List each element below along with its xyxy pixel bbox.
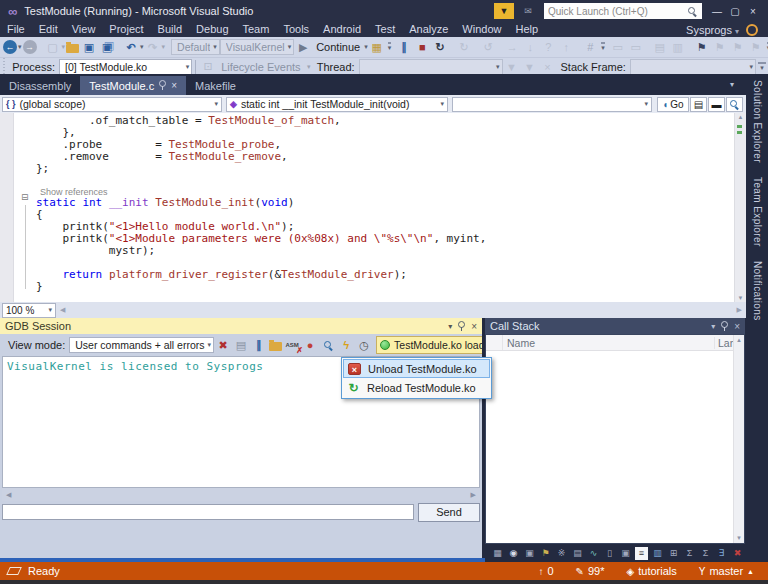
toolbar-overflow-2-icon[interactable]: ▾ <box>601 42 605 52</box>
autos-icon[interactable]: ▣ <box>523 547 536 560</box>
code-line[interactable] <box>0 293 746 302</box>
nav-back-icon[interactable]: ← <box>3 40 17 54</box>
nav-forward-icon[interactable]: → <box>23 40 37 54</box>
process-combo[interactable]: [0] TestModule.ko▾ <box>59 59 192 75</box>
breakpoint-orb-icon[interactable]: ● <box>302 337 318 353</box>
account-menu[interactable]: Sysprogs ▾ <box>686 24 739 36</box>
restore-button[interactable]: ▢ <box>726 3 744 19</box>
menu-test[interactable]: Test <box>368 22 402 37</box>
scroll-left-icon[interactable]: ◀ <box>6 491 11 499</box>
solution-platform[interactable]: VisualKernel▾ <box>220 39 294 55</box>
show-asm-icon[interactable]: ASM <box>284 337 300 353</box>
open-folder-icon[interactable] <box>66 44 79 53</box>
stack-frame-combo[interactable]: ▾ <box>630 59 756 75</box>
scroll-down-icon[interactable]: ▼ <box>735 295 746 301</box>
pause-icon[interactable]: ∥ <box>396 39 412 55</box>
watch-1-icon[interactable]: Σ <box>683 547 696 560</box>
solution-configuration[interactable]: Default▾ <box>171 39 220 55</box>
status-pushes[interactable]: ↑0 <box>538 565 553 577</box>
close-icon[interactable]: × <box>171 80 177 91</box>
output-icon[interactable]: ▯ <box>603 547 616 560</box>
editor-horizontal-scrollbar[interactable]: ◀ ▶ <box>56 302 746 318</box>
next-bookmark-icon[interactable]: ⚑ <box>730 39 746 55</box>
save-all-icon[interactable]: ▣ <box>99 39 115 55</box>
call-stack-title[interactable]: Call Stack ▾ × <box>485 318 745 334</box>
nav-back-dropdown-icon[interactable]: ▾ <box>18 43 22 51</box>
status-branch[interactable]: Ymaster▲ <box>699 565 754 577</box>
code-line[interactable]: } <box>0 281 746 293</box>
filter-threads-icon[interactable]: ▼ <box>504 59 520 75</box>
hex-display-icon[interactable]: # <box>582 39 598 55</box>
pause-output-icon[interactable]: ∥ <box>251 337 267 353</box>
menu-project[interactable]: Project <box>102 22 150 37</box>
breakpoints-icon[interactable]: ※ <box>555 547 568 560</box>
code-line[interactable]: .remove = TestModule_remove, <box>0 151 746 163</box>
go-button[interactable]: ◖ Go <box>657 97 689 112</box>
search-combo[interactable]: ▾ <box>452 97 652 112</box>
window-position-icon[interactable]: ▾ <box>448 322 452 331</box>
watch-2-icon[interactable]: Σ <box>699 547 712 560</box>
tab-disassembly[interactable]: Disassembly <box>0 76 80 95</box>
restart-icon[interactable]: ↻ <box>432 39 448 55</box>
comment-block-icon[interactable]: ▤ <box>652 39 668 55</box>
row2-overflow-icon[interactable]: ▾ <box>758 62 766 72</box>
modules-icon[interactable]: ▣ <box>619 547 632 560</box>
code-editor[interactable]: .of_match_table = TestModule_of_match, }… <box>0 113 746 302</box>
call-stack-scrollbar[interactable]: ▲ ▼ <box>733 335 744 543</box>
menu-analyze[interactable]: Analyze <box>402 22 455 37</box>
new-file-icon[interactable]: ▢ <box>45 39 61 55</box>
navigate-forward-doc-icon[interactable]: ▭ <box>628 39 644 55</box>
redo-icon[interactable]: ↷ <box>145 39 161 55</box>
filter-current-thread-icon[interactable]: ▼ <box>522 59 538 75</box>
call-stack-body[interactable]: Name Lang ▲ ▼ <box>485 334 745 544</box>
lifecycle-events-icon[interactable]: ⊡ <box>200 59 216 75</box>
uncomment-block-icon[interactable]: ▥ <box>670 39 686 55</box>
thread-combo[interactable]: ▾ <box>359 59 503 75</box>
stop-icon[interactable]: ■ <box>414 39 430 55</box>
quick-actions-icon[interactable]: ϟ <box>338 337 354 353</box>
watch-icon[interactable]: ▦ <box>491 547 504 560</box>
filter-icon[interactable]: ▼ <box>494 3 514 19</box>
tab-makefile[interactable]: Makefile <box>186 76 245 95</box>
comment-button[interactable]: ▬ <box>708 97 725 112</box>
apply-code-changes-icon[interactable]: ↻ <box>456 39 472 55</box>
locals-icon[interactable]: ▥ <box>651 547 664 560</box>
lifecycle-events-dropdown-icon[interactable]: ▾ <box>305 63 313 71</box>
pin-icon[interactable] <box>721 321 728 328</box>
menu-tools[interactable]: Tools <box>276 22 316 37</box>
code-line[interactable]: .of_match_table = TestModule_of_match, <box>0 115 746 127</box>
linux-terminal-icon[interactable]: ◉ <box>507 547 520 560</box>
minimize-button[interactable]: — <box>708 3 726 19</box>
gdb-panel-title[interactable]: GDB Session ▾ × <box>0 318 482 334</box>
side-tab-notifications[interactable]: Notifications <box>752 261 763 321</box>
sync-icon[interactable] <box>746 24 758 36</box>
search-output-icon[interactable] <box>320 337 336 353</box>
scroll-right-icon[interactable]: ▶ <box>471 491 476 499</box>
open-log-folder-icon[interactable] <box>269 342 282 351</box>
exports-icon[interactable]: ∃ <box>715 547 728 560</box>
side-tab-solution-explorer[interactable]: Solution Explorer <box>752 80 763 163</box>
memory-icon[interactable]: ⊞ <box>667 547 680 560</box>
status-repository[interactable]: ◈tutorials <box>627 565 677 577</box>
member-combo[interactable]: ◈ static int __init TestModule_init(void… <box>226 97 448 112</box>
close-icon[interactable]: × <box>471 321 477 332</box>
continue-dropdown-icon[interactable]: ▾ <box>364 43 368 51</box>
clear-bookmarks-icon[interactable]: ⚑ <box>748 39 764 55</box>
tab-overflow-icon[interactable]: ▾ <box>730 80 742 89</box>
revert-changes-icon[interactable]: ↺ <box>480 39 496 55</box>
scope-combo[interactable]: { } (global scope)▾ <box>2 97 222 112</box>
module-loaded-button[interactable]: TestModule.ko loaded▾ <box>376 336 482 354</box>
step-over-icon[interactable]: ? <box>540 39 556 55</box>
save-icon[interactable]: ▣ <box>81 39 97 55</box>
registers-icon[interactable]: ▤ <box>571 547 584 560</box>
menu-android[interactable]: Android <box>316 22 368 37</box>
window-position-icon[interactable]: ▾ <box>711 322 715 331</box>
timing-icon[interactable]: ◷ <box>356 337 372 353</box>
show-next-statement-icon[interactable]: → <box>504 39 520 55</box>
scroll-up-icon[interactable]: ▲ <box>735 114 746 120</box>
continue-icon[interactable]: ▶ <box>295 39 311 55</box>
document-outline-button[interactable]: ▤ <box>690 97 707 112</box>
call-stack-tab-icon[interactable]: ≡ <box>635 547 648 560</box>
code-area[interactable]: .of_match_table = TestModule_of_match, }… <box>0 115 746 302</box>
menu-window[interactable]: Window <box>455 22 508 37</box>
